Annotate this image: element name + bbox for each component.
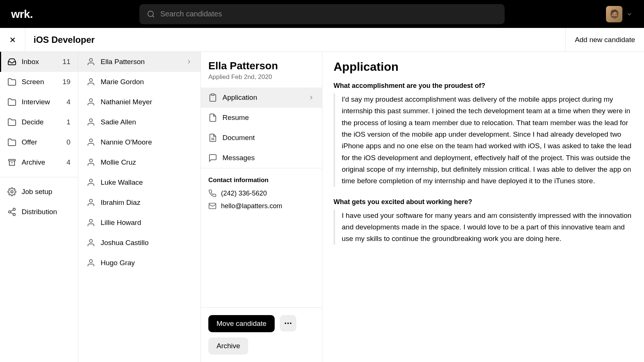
phone-icon	[208, 189, 217, 197]
candidate-item[interactable]: Mollie Cruz	[78, 152, 201, 172]
detail-header: Ella Patterson Applied Feb 2nd, 2020	[201, 52, 322, 88]
stage-decide[interactable]: Decide1	[0, 112, 78, 132]
question: What accomplishment are you the proudest…	[334, 82, 633, 90]
candidate-item[interactable]: Lillie Howard	[78, 213, 201, 233]
candidate-item[interactable]: Nathaniel Meyer	[78, 92, 201, 112]
tab-application[interactable]: Application	[201, 88, 322, 108]
applied-date: Applied Feb 2nd, 2020	[208, 73, 315, 81]
detail-tabs: ApplicationResumeDocumentMessages	[201, 88, 322, 168]
stage-count: 19	[63, 78, 70, 86]
message-icon	[208, 153, 217, 162]
content-title: Application	[334, 60, 633, 74]
svg-point-21	[89, 219, 92, 222]
folder-icon	[7, 138, 16, 147]
nav-label: Job setup	[22, 188, 70, 196]
archive-icon	[7, 158, 16, 167]
candidate-item[interactable]: Marie Gordon	[78, 72, 201, 92]
stage-count: 4	[66, 98, 70, 106]
svg-line-1	[152, 16, 154, 17]
person-icon	[86, 238, 95, 247]
close-icon	[9, 36, 17, 44]
stage-archive[interactable]: Archive4	[0, 152, 78, 172]
candidate-name: Marie Gordon	[101, 78, 192, 86]
add-candidate-button[interactable]: Add new candidate	[565, 28, 644, 51]
stage-label: Decide	[22, 118, 66, 126]
avatar: 🧔🏽	[606, 6, 622, 22]
candidate-item[interactable]: Hugo Gray	[78, 253, 201, 273]
stage-inbox[interactable]: Inbox11	[0, 52, 78, 72]
stages-sidebar: Inbox11Screen19Interview4Decide1Offer0Ar…	[0, 52, 78, 362]
nav-job-setup[interactable]: Job setup	[0, 182, 78, 202]
svg-point-0	[148, 11, 154, 16]
nav-distribution[interactable]: Distribution	[0, 202, 78, 222]
logo[interactable]: wrk.	[11, 8, 33, 20]
tab-resume[interactable]: Resume	[201, 108, 322, 128]
stage-label: Inbox	[22, 58, 63, 66]
top-header: wrk. 🧔🏽	[0, 0, 644, 28]
svg-rect-24	[211, 94, 214, 95]
candidate-name: Lillie Howard	[101, 219, 192, 227]
contact-phone-row: (242) 336-5620	[208, 189, 315, 197]
content-area: Application What accomplishment are you …	[322, 52, 644, 362]
user-menu[interactable]: 🧔🏽	[606, 6, 633, 22]
candidate-item[interactable]: Ella Patterson	[78, 52, 201, 72]
mail-icon	[208, 202, 217, 210]
stage-screen[interactable]: Screen19	[0, 72, 78, 92]
file-icon	[208, 113, 217, 122]
stage-count: 4	[66, 158, 70, 166]
candidate-item[interactable]: Joshua Castillo	[78, 233, 201, 253]
candidate-name: Joshua Castillo	[101, 239, 192, 247]
email-value: hello@lapatters.com	[221, 202, 282, 210]
folder-icon	[7, 77, 16, 86]
tab-messages[interactable]: Messages	[201, 148, 322, 168]
tab-document[interactable]: Document	[201, 128, 322, 148]
svg-line-12	[11, 210, 13, 212]
question: What gets you excited about working here…	[334, 198, 633, 206]
stage-offer[interactable]: Offer0	[0, 132, 78, 152]
gear-icon	[7, 187, 16, 196]
stage-label: Interview	[22, 98, 66, 106]
candidate-name: Hugo Gray	[101, 259, 192, 267]
person-icon	[86, 178, 95, 187]
person-icon	[86, 138, 95, 147]
candidate-name: Nannie O'Moore	[101, 138, 192, 146]
person-icon	[86, 158, 95, 167]
search-container[interactable]	[139, 4, 505, 24]
svg-point-17	[89, 139, 92, 142]
close-button[interactable]	[0, 28, 25, 51]
more-actions-button[interactable]	[280, 315, 296, 331]
person-icon	[86, 57, 95, 66]
candidate-item[interactable]: Nannie O'Moore	[78, 132, 201, 152]
svg-point-14	[89, 79, 92, 82]
sub-header: iOS Developer Add new candidate	[0, 28, 644, 52]
candidate-item[interactable]: Sadie Allen	[78, 112, 201, 132]
divider	[0, 177, 78, 177]
stage-interview[interactable]: Interview4	[0, 92, 78, 112]
candidate-item[interactable]: Luke Wallace	[78, 172, 201, 193]
detail-panel: Ella Patterson Applied Feb 2nd, 2020 App…	[201, 52, 322, 362]
candidate-name: Nathaniel Meyer	[101, 98, 192, 106]
clipboard-icon	[208, 93, 217, 102]
search-input[interactable]	[160, 10, 497, 18]
folder-icon	[7, 98, 16, 107]
person-icon	[86, 118, 95, 127]
tab-label: Messages	[222, 154, 315, 162]
svg-point-18	[89, 159, 92, 162]
svg-point-13	[89, 58, 92, 61]
move-candidate-button[interactable]: Move candidate	[208, 315, 275, 332]
stage-count: 1	[66, 118, 70, 126]
stage-count: 0	[66, 138, 70, 146]
svg-point-15	[89, 99, 92, 102]
share-icon	[7, 207, 16, 216]
folder-icon	[7, 118, 16, 127]
candidate-name: Mollie Cruz	[101, 158, 192, 166]
doc-icon	[208, 133, 217, 142]
page-title: iOS Developer	[34, 35, 95, 45]
stage-label: Archive	[22, 158, 66, 166]
svg-point-23	[89, 260, 92, 263]
archive-button[interactable]: Archive	[208, 337, 248, 355]
candidate-item[interactable]: Ibrahim Diaz	[78, 193, 201, 213]
svg-point-10	[13, 213, 15, 216]
contact-heading: Contact information	[208, 177, 315, 184]
svg-point-19	[89, 179, 92, 182]
